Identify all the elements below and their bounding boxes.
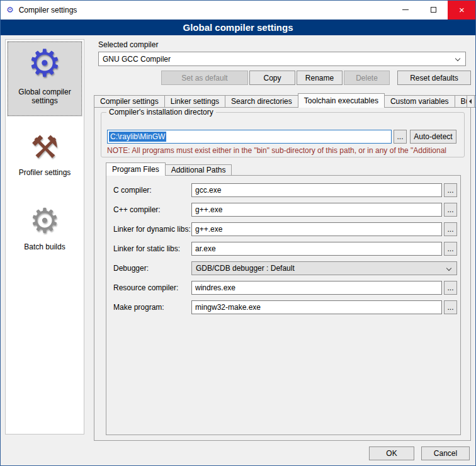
- compiler-settings-window: ⚙ Compiler settings × Global compiler se…: [0, 0, 476, 466]
- resource-compiler-browse-button[interactable]: ...: [444, 281, 457, 295]
- arrow-left-icon: [469, 99, 472, 104]
- resource-compiler-label: Resource compiler:: [113, 283, 178, 292]
- cpp-compiler-browse-button[interactable]: ...: [444, 203, 457, 217]
- note-text: NOTE: All programs must exist either in …: [107, 146, 475, 155]
- sidebar-item-label: Batch builds: [24, 242, 65, 251]
- settings-category-list: ⚙ Global compiler settings ⚒ Profiler se…: [5, 39, 84, 435]
- installation-directory-input[interactable]: C:\raylib\MinGW: [107, 130, 392, 144]
- ok-button[interactable]: OK: [369, 446, 414, 460]
- static-linker-label: Linker for static libs:: [113, 244, 180, 253]
- dynamic-linker-browse-button[interactable]: ...: [444, 222, 457, 236]
- minimize-button[interactable]: [391, 0, 419, 20]
- dynamic-linker-label: Linker for dynamic libs:: [113, 225, 191, 234]
- tab-linker-settings[interactable]: Linker settings: [165, 95, 225, 108]
- sidebar-item-global-compiler-settings[interactable]: ⚙ Global compiler settings: [7, 41, 82, 116]
- compiler-actions: Set as default Copy Rename Delete Reset …: [161, 71, 471, 85]
- make-program-input[interactable]: [191, 300, 442, 314]
- close-button[interactable]: ×: [448, 0, 476, 20]
- form-row-static-linker: Linker for static libs: ...: [106, 242, 460, 256]
- tab-custom-variables[interactable]: Custom variables: [385, 95, 455, 108]
- browse-directory-button[interactable]: ...: [394, 130, 407, 144]
- cpp-compiler-input[interactable]: [191, 203, 442, 217]
- cpp-compiler-label: C++ compiler:: [113, 205, 161, 214]
- rename-button[interactable]: Rename: [297, 71, 343, 85]
- copy-button[interactable]: Copy: [249, 71, 295, 85]
- tab-scroll-left-button[interactable]: [467, 95, 475, 108]
- maximize-button[interactable]: [419, 0, 448, 20]
- c-compiler-browse-button[interactable]: ...: [444, 183, 457, 197]
- program-files-panel: C compiler: ... C++ compiler: ... Linker…: [106, 175, 461, 435]
- installation-directory-value: C:\raylib\MinGW: [109, 132, 166, 142]
- blue-gear-icon: ⚙: [28, 45, 62, 82]
- static-linker-browse-button[interactable]: ...: [444, 242, 457, 256]
- chevron-down-icon: [455, 56, 460, 61]
- resource-compiler-input[interactable]: [191, 281, 442, 295]
- hammer-icon: ⚒: [31, 132, 59, 163]
- maximize-icon: [431, 7, 436, 13]
- dialog-header-title: Global compiler settings: [0, 20, 476, 35]
- compiler-select-value: GNU GCC Compiler: [103, 55, 171, 64]
- delete-button[interactable]: Delete: [344, 71, 390, 85]
- sidebar-item-label: Profiler settings: [19, 168, 71, 177]
- form-row-resource-compiler: Resource compiler: ...: [106, 281, 460, 295]
- sidebar-item-profiler-settings[interactable]: ⚒ Profiler settings: [7, 128, 82, 181]
- app-gear-icon: ⚙: [6, 6, 14, 14]
- tab-additional-paths[interactable]: Additional Paths: [166, 164, 232, 176]
- minimize-icon: [402, 9, 409, 10]
- form-row-debugger: Debugger: GDB/CDB debugger : Default: [106, 261, 460, 275]
- close-icon: ×: [459, 4, 465, 15]
- form-row-cpp-compiler: C++ compiler: ...: [106, 203, 460, 217]
- debugger-select[interactable]: GDB/CDB debugger : Default: [191, 261, 457, 275]
- caption-buttons: ×: [391, 0, 476, 20]
- make-program-browse-button[interactable]: ...: [444, 300, 457, 314]
- tab-compiler-settings[interactable]: Compiler settings: [94, 95, 165, 108]
- titlebar: ⚙ Compiler settings ×: [0, 0, 476, 20]
- tab-build-options[interactable]: Buil: [455, 95, 467, 108]
- debugger-label: Debugger:: [113, 264, 149, 273]
- sidebar-item-batch-builds[interactable]: ⚙ Batch builds: [7, 200, 82, 255]
- tab-toolchain-executables[interactable]: Toolchain executables: [298, 93, 385, 108]
- c-compiler-input[interactable]: [191, 183, 442, 197]
- grey-gear-icon: ⚙: [30, 203, 60, 237]
- form-row-dynamic-linker: Linker for dynamic libs: ...: [106, 222, 460, 236]
- auto-detect-button[interactable]: Auto-detect: [410, 130, 456, 144]
- form-row-c-compiler: C compiler: ...: [106, 183, 460, 197]
- form-row-make-program: Make program: ...: [106, 300, 460, 314]
- program-files-tabstrip: Program Files Additional Paths: [106, 162, 232, 176]
- installation-directory-label: Compiler's installation directory: [106, 108, 216, 116]
- reset-defaults-button[interactable]: Reset defaults: [397, 71, 471, 85]
- installation-directory-group: Compiler's installation directory C:\ray…: [101, 112, 465, 157]
- settings-tabstrip: Compiler settings Linker settings Search…: [94, 93, 471, 108]
- static-linker-input[interactable]: [191, 242, 442, 256]
- dynamic-linker-input[interactable]: [191, 222, 442, 236]
- toolchain-executables-panel: Compiler's installation directory C:\ray…: [94, 107, 471, 441]
- tab-scroll-arrows: [467, 95, 476, 108]
- window-title: Compiler settings: [19, 6, 77, 14]
- cancel-button[interactable]: Cancel: [421, 446, 470, 460]
- tab-search-directories[interactable]: Search directories: [225, 95, 298, 108]
- chevron-down-icon: [446, 266, 451, 271]
- set-as-default-button[interactable]: Set as default: [161, 71, 248, 85]
- sidebar-item-label: Global compiler settings: [8, 88, 81, 105]
- selected-compiler-label: Selected compiler: [98, 40, 158, 49]
- compiler-select[interactable]: GNU GCC Compiler: [98, 52, 466, 66]
- tab-program-files[interactable]: Program Files: [106, 162, 166, 176]
- make-program-label: Make program:: [113, 303, 164, 312]
- c-compiler-label: C compiler:: [113, 186, 152, 195]
- debugger-select-value: GDB/CDB debugger : Default: [196, 264, 295, 273]
